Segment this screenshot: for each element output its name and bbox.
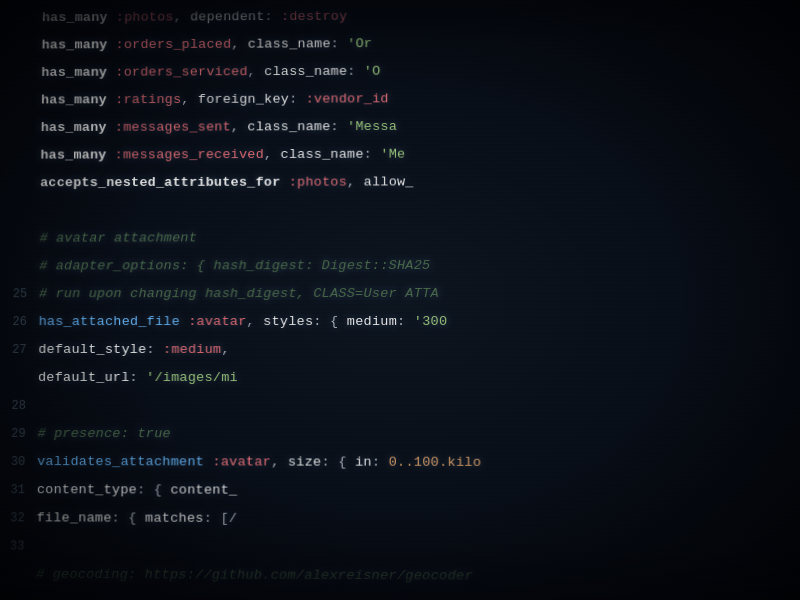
code-line: accepts_nested_attributes_for :photos, a… [8,168,800,198]
code-token: , [174,10,191,25]
code-token: :avatar [212,454,271,469]
line-content: has_many :messages_received, class_name:… [40,141,405,170]
code-token: : [289,92,306,107]
code-token: has_many [41,92,107,107]
code-token: has_many [42,10,108,25]
code-token: validates_attachment [37,454,204,469]
code-token: , [248,64,265,79]
code-token: :orders_placed [116,37,232,52]
code-token: allow_ [364,174,414,189]
code-line: 29 # presence: true [6,420,800,449]
line-number: 25 [7,280,39,308]
line-content: # run upon changing hash_digest, CLASS=U… [39,280,439,308]
code-token: : [/ [204,511,238,526]
line-content: content_type: { content_ [37,476,238,505]
code-line: has_many :ratings, foreign_key: :vendor_… [9,84,800,114]
line-content: file_name: { matches: [/ [36,504,237,533]
code-token: 'O [364,64,381,79]
line-content: # presence: true [37,420,171,448]
line-number: 33 [4,532,36,560]
code-token: : { [321,455,355,470]
code-token [204,454,212,469]
code-editor-screen: has_many :photos, dependent: :destroy ha… [0,0,800,600]
line-number: 31 [5,476,37,504]
code-token: has_attached_file [39,314,180,329]
line-number: 29 [6,420,38,448]
code-line: default_url: '/images/mi [6,364,800,393]
code-token: :photos [289,175,347,190]
code-line: has_many :messages_sent, class_name: 'Me… [9,112,800,142]
code-token: # avatar attachment [40,230,198,245]
code-token: :medium [163,342,221,357]
code-token: : [364,147,381,162]
code-token: has_many [41,65,107,80]
code-line: 28 [6,392,800,421]
code-token: , [247,314,264,329]
code-token: has_many [42,37,108,52]
line-number: 30 [5,448,37,476]
code-token: , [181,92,198,107]
line-content: default_url: '/images/mi [38,364,238,392]
code-token: 'Messa [347,119,397,134]
code-token: , [231,119,248,134]
line-content: has_attached_file :avatar, styles: { med… [39,308,448,336]
code-line: 33 [4,532,800,563]
code-token: 'Me [380,147,405,162]
code-token: :messages_sent [115,120,231,135]
code-token: content_type [37,482,137,497]
code-line: has_many :messages_received, class_name:… [9,140,800,170]
code-token: , [271,454,288,469]
code-token: # adapter_options: { hash_digest: Digest… [39,258,430,273]
line-number: 27 [7,336,39,364]
code-line: # geocoding: https://github.com/alexreis… [4,561,800,592]
code-token: : [264,9,281,24]
code-token: :photos [116,10,174,25]
line-content: # geocoding: https://github.com/alexreis… [36,561,473,591]
code-line: has_many :orders_serviced, class_name: '… [10,56,800,87]
code-token: :avatar [188,314,246,329]
code-token: default_url [38,370,130,385]
line-number: 32 [5,504,37,532]
code-token: size [288,454,322,469]
code-token: class_name [247,119,330,134]
code-token: default_style [38,342,146,357]
code-token: : { [112,510,146,525]
code-token: , [221,342,229,357]
line-content: accepts_nested_attributes_for :photos, a… [40,169,414,198]
code-token: foreign_key [198,92,289,107]
code-container: has_many :photos, dependent: :destroy ha… [0,0,800,600]
code-line: 25 # run upon changing hash_digest, CLAS… [7,280,800,308]
line-content: validates_attachment :avatar, size: { in… [37,448,481,477]
code-line [8,196,800,225]
code-token: matches [145,511,204,526]
line-content: has_many :messages_sent, class_name: 'Me… [41,113,397,142]
code-token: accepts_nested_attributes_for [40,175,280,190]
code-token: '300 [414,314,448,329]
line-content: # adapter_options: { hash_digest: Digest… [39,252,430,280]
code-token: class_name [248,36,331,51]
line-content: has_many :photos, dependent: :destroy [42,3,348,32]
code-token: : [330,119,347,134]
line-content: has_many :ratings, foreign_key: :vendor_… [41,85,389,114]
code-token: :destroy [281,9,347,24]
line-content: # avatar attachment [39,225,197,253]
code-token: class_name [281,147,364,162]
code-token: in [355,455,372,470]
code-token: : [331,36,348,51]
code-token: has_many [40,148,106,163]
code-token [280,175,288,190]
code-line: 27 default_style: :medium, [7,336,800,364]
code-line: has_many :orders_placed, class_name: 'Or [10,28,800,59]
code-token: content_ [170,482,237,497]
code-line: has_many :photos, dependent: :destroy [10,1,800,32]
line-content: default_style: :medium, [38,336,230,364]
code-line: 32 file_name: { matches: [/ [5,504,800,535]
code-token [180,314,188,329]
code-token: medium [347,314,397,329]
code-token: file_name [37,510,112,525]
code-line: # adapter_options: { hash_digest: Digest… [8,252,800,281]
code-token: has_many [41,120,107,135]
code-token: : [372,455,389,470]
line-content: has_many :orders_placed, class_name: 'Or [42,30,373,59]
line-content: has_many :orders_serviced, class_name: '… [41,58,380,87]
